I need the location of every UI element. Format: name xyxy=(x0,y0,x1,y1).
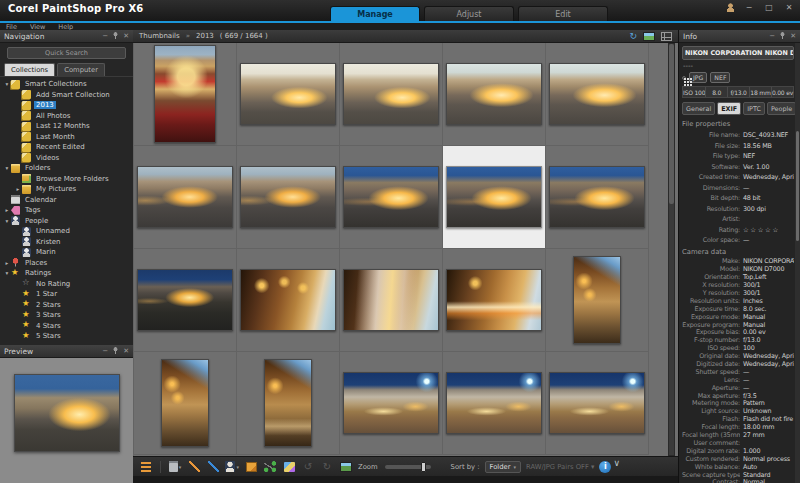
thumbnail-cell[interactable] xyxy=(340,352,443,455)
expander-icon[interactable]: ▸ xyxy=(14,186,22,192)
photo-thumbnail-arch[interactable] xyxy=(573,256,621,344)
photo-thumbnail-monument[interactable] xyxy=(343,372,439,434)
tree-item-tags[interactable]: ▸Tags xyxy=(0,205,133,216)
thumbnail-grid-chip-icon[interactable] xyxy=(682,76,686,80)
close-icon[interactable]: ✕ xyxy=(123,33,129,40)
grid-scrollbar[interactable] xyxy=(668,43,675,456)
close-icon[interactable]: ✕ xyxy=(790,33,796,40)
brush-blue-icon[interactable] xyxy=(206,460,220,473)
thumbnail-cell[interactable] xyxy=(134,146,237,249)
brush-orange-icon[interactable] xyxy=(187,460,201,473)
clipboard-icon[interactable]: ▾ xyxy=(168,460,182,473)
tree-item-smart-collections[interactable]: ▾Smart Collections xyxy=(0,79,133,90)
photo-thumbnail-pale[interactable] xyxy=(343,63,439,125)
thumbnail-cell[interactable] xyxy=(340,249,443,352)
info-tab-general[interactable]: General xyxy=(682,102,715,115)
tree-item-all-photos[interactable]: All Photos xyxy=(0,111,133,122)
photo-thumbnail-dusk2[interactable] xyxy=(549,63,645,125)
thumbnail-cell[interactable] xyxy=(237,43,340,146)
pin-icon[interactable] xyxy=(780,32,785,40)
photo-thumbnail-night[interactable] xyxy=(549,166,645,228)
close-icon[interactable]: ✕ xyxy=(123,348,129,355)
preview-pane-icon[interactable] xyxy=(643,32,655,41)
thumbnail-cell-selected[interactable] xyxy=(443,146,546,249)
photo-thumbnail-dark[interactable] xyxy=(137,269,233,331)
photo-thumbnail-pale[interactable] xyxy=(240,63,336,125)
tree-item-5-stars[interactable]: 5 Stars xyxy=(0,331,133,342)
tree-item-browse-more-folders[interactable]: Browse More Folders xyxy=(0,174,133,185)
help-info-icon[interactable]: i xyxy=(599,461,611,473)
tree-item-places[interactable]: ▸Places xyxy=(0,258,133,269)
people-tag-icon[interactable]: ▾ xyxy=(225,460,239,473)
info-scrollbar-thumb[interactable] xyxy=(796,131,799,241)
minimize-icon[interactable]: − xyxy=(743,3,755,12)
share-icon[interactable] xyxy=(263,460,277,473)
tree-item-3-stars[interactable]: 3 Stars xyxy=(0,310,133,321)
zoom-slider[interactable] xyxy=(385,465,431,469)
thumbnail-cell[interactable] xyxy=(134,352,237,455)
edit-photo-icon[interactable] xyxy=(282,460,296,473)
tree-item-people[interactable]: ▾People xyxy=(0,216,133,227)
rotate-left-icon[interactable]: ↺ xyxy=(301,460,315,473)
place-tag-icon[interactable] xyxy=(244,460,258,473)
thumbnail-cell[interactable] xyxy=(546,352,649,455)
pin-icon[interactable] xyxy=(113,347,118,355)
pin-icon[interactable] xyxy=(113,32,118,40)
thumbnail-cell[interactable] xyxy=(340,146,443,249)
tree-item-calendar[interactable]: Calendar xyxy=(0,195,133,206)
photo-thumbnail-dusk[interactable] xyxy=(137,166,233,228)
zoom-slider-thumb[interactable] xyxy=(421,462,426,472)
info-tab-people[interactable]: People xyxy=(767,102,796,115)
tree-item-recent-edited[interactable]: Recent Edited xyxy=(0,142,133,153)
photo-thumbnail-arcade[interactable] xyxy=(240,269,336,331)
breadcrumb-collection[interactable]: 2013 xyxy=(196,32,214,40)
quick-search-input[interactable]: Quick Search xyxy=(7,47,126,59)
photo-thumbnail-arch2[interactable] xyxy=(264,359,312,447)
expander-icon[interactable]: ▸ xyxy=(3,260,11,266)
tree-item-ratings[interactable]: ▾Ratings xyxy=(0,268,133,279)
format-chip-nef[interactable]: NEF xyxy=(710,72,730,83)
tree-item-1-star[interactable]: 1 Star xyxy=(0,289,133,300)
grid-scrollbar-thumb[interactable] xyxy=(669,44,674,204)
tree-item-last-12-months[interactable]: Last 12 Months xyxy=(0,121,133,132)
tree-item-videos[interactable]: Videos xyxy=(0,153,133,164)
thumbnail-cell[interactable] xyxy=(237,352,340,455)
delete-photo-icon[interactable] xyxy=(339,460,353,473)
thumbnail-cell[interactable] xyxy=(546,43,649,146)
thumbnail-cell[interactable] xyxy=(443,43,546,146)
photo-thumbnail-trails2[interactable] xyxy=(446,269,542,331)
expander-icon[interactable]: ▾ xyxy=(3,218,11,224)
photo-thumbnail-dusk2[interactable] xyxy=(446,63,542,125)
thumbnail-cell[interactable] xyxy=(546,249,649,352)
collapse-tray-icon[interactable]: ∨ xyxy=(613,458,620,468)
photo-thumbnail-carousel[interactable] xyxy=(154,45,216,143)
thumbnail-cell[interactable] xyxy=(134,249,237,352)
tree-item-folders[interactable]: ▾Folders xyxy=(0,163,133,174)
photo-thumbnail-night[interactable] xyxy=(343,166,439,228)
info-tab-iptc[interactable]: IPTC xyxy=(743,102,765,115)
expander-icon[interactable]: ▾ xyxy=(3,81,11,87)
tree-item-kristen[interactable]: Kristen xyxy=(0,237,133,248)
tree-item-my-pictures[interactable]: ▸My Pictures xyxy=(0,184,133,195)
sort-by-dropdown[interactable]: Folder▾ xyxy=(485,461,522,473)
photo-thumbnail-trails[interactable] xyxy=(343,269,439,331)
nav-tab-collections[interactable]: Collections xyxy=(4,63,55,76)
thumbnail-cell[interactable] xyxy=(443,352,546,455)
user-account-icon[interactable] xyxy=(726,3,735,12)
tree-item-2-stars[interactable]: 2 Stars xyxy=(0,300,133,311)
collapse-icon[interactable]: − xyxy=(102,33,108,40)
photo-thumbnail-night[interactable] xyxy=(446,166,542,228)
collapse-icon[interactable]: − xyxy=(769,33,775,40)
info-tab-exif[interactable]: EXIF xyxy=(717,102,741,115)
collapse-icon[interactable]: − xyxy=(102,348,108,355)
tree-item-marin[interactable]: Marin xyxy=(0,247,133,258)
info-scrollbar[interactable] xyxy=(795,43,800,483)
tree-item-unnamed[interactable]: Unnamed xyxy=(0,226,133,237)
format-chip-jpg[interactable]: JPG xyxy=(689,72,707,83)
photo-thumbnail-dusk[interactable] xyxy=(240,166,336,228)
thumbnail-cell[interactable] xyxy=(237,146,340,249)
photo-thumbnail-arch[interactable] xyxy=(161,359,209,447)
tree-item-2013[interactable]: 2013 xyxy=(0,100,133,111)
tab-edit[interactable]: Edit xyxy=(518,6,608,21)
nav-tab-computer[interactable]: Computer xyxy=(57,63,105,76)
